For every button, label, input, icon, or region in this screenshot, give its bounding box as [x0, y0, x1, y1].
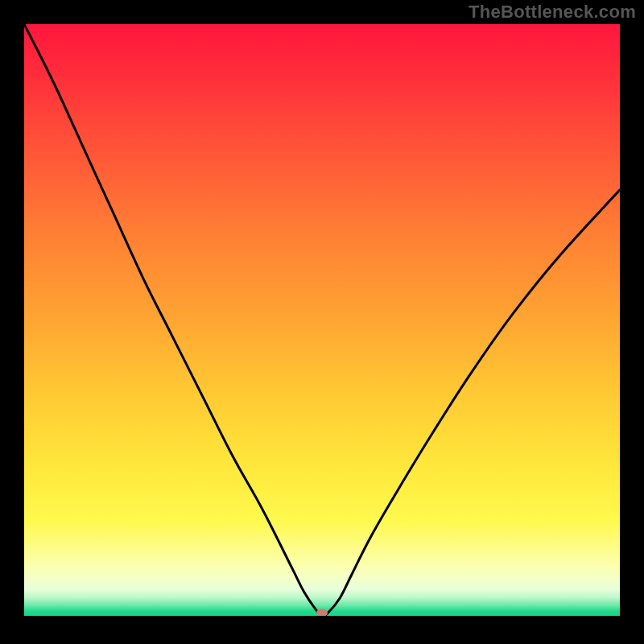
attribution-text: TheBottleneck.com	[469, 2, 636, 23]
plot-area	[24, 24, 620, 616]
bottleneck-curve	[24, 24, 620, 616]
chart-frame: TheBottleneck.com	[0, 0, 644, 644]
curve-svg	[24, 24, 620, 616]
minimum-marker	[316, 609, 328, 616]
